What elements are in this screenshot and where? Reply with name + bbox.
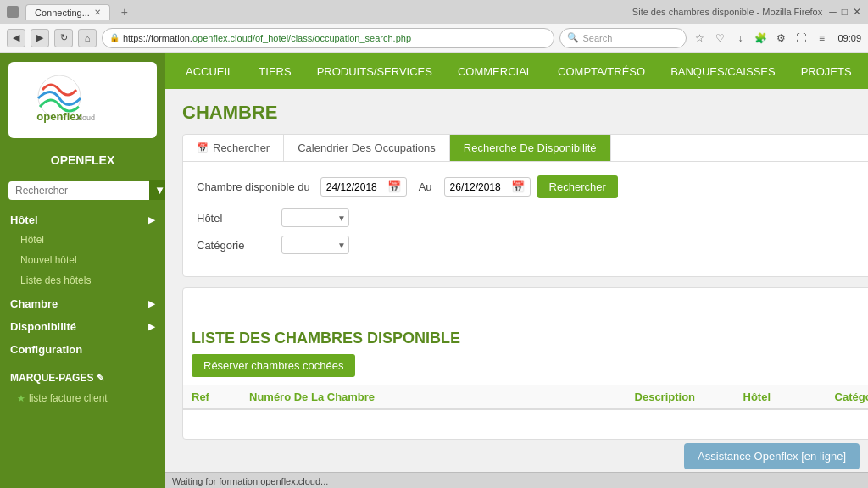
close-icon[interactable]: ✕ <box>853 6 861 18</box>
main-content: CHAMBRE 📅 Rechercher Calendrier Des Occu… <box>165 89 868 472</box>
top-navigation: ACCUEIL TIERS PRODUITS/SERVICES COMMERCI… <box>165 53 868 89</box>
nav-items-list: ACCUEIL TIERS PRODUITS/SERVICES COMMERCI… <box>174 57 868 86</box>
lock-icon: 🔒 <box>109 33 120 42</box>
sidebar-item-liste-hotels[interactable]: Liste des hôtels <box>0 270 165 291</box>
sidebar-section-chambre[interactable]: Chambre ▶ <box>0 291 165 313</box>
sidebar-bookmarks-section: MARQUE-PAGES ✎ <box>0 367 165 389</box>
sidebar-section-hotel[interactable]: Hôtel ▶ <box>0 207 165 230</box>
sidebar-search-input[interactable] <box>8 181 149 200</box>
sidebar-search-area: ▼ <box>8 180 157 200</box>
column-numero: Numéro De La Chambre <box>249 391 628 403</box>
table-header: Ref Numéro De La Chambre Description Hôt… <box>183 385 868 410</box>
date-to-calendar-icon[interactable]: 📅 <box>511 180 525 193</box>
nav-tiers[interactable]: TIERS <box>247 57 303 86</box>
sidebar-logo: openflex .cloud <box>8 62 157 138</box>
address-bar[interactable]: 🔒 https://formation.openflex.cloud/of_ho… <box>102 28 554 48</box>
svg-text:.cloud: .cloud <box>75 114 95 122</box>
tab-rechercher-label: Rechercher <box>213 141 270 154</box>
nav-compta[interactable]: COMPTA/TRÉSO <box>546 57 657 86</box>
plugin-icon[interactable]: 🧩 <box>753 30 768 46</box>
address-path: /of_hotel/class/occupation_search.php <box>253 33 411 43</box>
sidebar-app-name: OPENFLEX <box>0 147 165 174</box>
column-description: Description <box>635 391 737 403</box>
window-controls: ─ □ ✕ <box>829 6 861 18</box>
tab-label: Connecting... <box>35 8 90 18</box>
bookmark-star-icon: ★ <box>17 393 25 404</box>
categorie-select[interactable] <box>281 236 349 254</box>
date-from-calendar-icon[interactable]: 📅 <box>387 180 401 193</box>
sidebar-section-disponibilite[interactable]: Disponibilité ▶ <box>0 313 165 336</box>
categorie-select-wrap: ▼ <box>281 236 349 254</box>
address-text: https://formation.openflex.cloud/of_hote… <box>123 33 411 43</box>
sidebar-item-nouvel-hotel[interactable]: Nouvel hôtel <box>0 250 165 270</box>
fullscreen-icon[interactable]: ⛶ <box>793 30 809 46</box>
date-to-input[interactable]: 📅 <box>444 177 531 197</box>
forward-button[interactable]: ▶ <box>31 29 49 47</box>
system-time: 09:09 <box>837 33 861 43</box>
new-tab-button[interactable]: + <box>117 4 132 19</box>
tabs-body: Chambre disponible du 📅 Au 📅 Rechercher <box>183 162 868 276</box>
date-from-field[interactable] <box>326 181 387 193</box>
rechercher-button[interactable]: Rechercher <box>537 175 618 198</box>
categorie-label: Catégorie <box>197 239 281 252</box>
sidebar-item-hotel[interactable]: Hôtel <box>0 230 165 250</box>
au-label: Au <box>419 180 432 193</box>
sidebar-search-button[interactable]: ▼ <box>149 180 165 200</box>
tab-disponibilite[interactable]: Recherche De Disponibilité <box>450 135 611 161</box>
nav-grh[interactable]: GRH <box>865 57 868 86</box>
download-icon[interactable]: ↓ <box>732 30 748 46</box>
column-hotel: Hôtel <box>743 391 828 403</box>
tab-calendrier[interactable]: Calendrier Des Occupations <box>284 135 450 161</box>
assistance-button[interactable]: Assistance Openflex [en ligne] <box>684 443 860 469</box>
sidebar-bookmark-facture-label: liste facture client <box>29 392 108 404</box>
date-from-input[interactable]: 📅 <box>320 177 407 197</box>
results-header: ▐ <box>183 288 868 319</box>
bookmark-edit-icon[interactable]: ✎ <box>97 373 104 384</box>
nav-commercial[interactable]: COMMERCIAL <box>446 57 544 86</box>
browser-toolbar: ◀ ▶ ↻ ⌂ 🔒 https://formation.openflex.clo… <box>0 24 868 53</box>
history-icon[interactable]: ♡ <box>712 30 727 46</box>
hotel-label: Hôtel <box>197 212 281 225</box>
reserve-button[interactable]: Réserver chambres cochées <box>192 354 355 377</box>
sidebar-section-configuration-label: Configuration <box>10 343 82 356</box>
sidebar-chambre-arrow-icon: ▶ <box>148 299 155 308</box>
openflex-logo-svg: openflex .cloud <box>21 73 97 128</box>
browser-action-icons: ☆ ♡ ↓ 🧩 ⚙ ⛶ ≡ <box>692 30 829 46</box>
date-to-field[interactable] <box>450 181 511 193</box>
nav-produits[interactable]: PRODUITS/SERVICES <box>305 57 444 86</box>
nav-accueil[interactable]: ACCUEIL <box>174 57 245 86</box>
sidebar-section-hotel-label: Hôtel <box>10 214 38 226</box>
page-title: CHAMBRE <box>182 102 868 124</box>
tab-close-icon[interactable]: ✕ <box>94 8 101 17</box>
bookmark-icon[interactable]: ☆ <box>692 30 707 46</box>
column-categorie: Catégorie <box>835 391 868 403</box>
minimize-icon[interactable]: ─ <box>829 6 837 18</box>
nav-banques[interactable]: BANQUES/CAISSES <box>659 57 787 86</box>
maximize-icon[interactable]: □ <box>842 6 848 18</box>
sidebar-bookmark-facture[interactable]: ★ liste facture client <box>0 389 165 408</box>
hotel-form-row: Hôtel ▼ <box>197 208 868 227</box>
sidebar-bookmarks-label: MARQUE-PAGES <box>10 372 93 384</box>
settings-icon[interactable]: ⚙ <box>773 30 788 46</box>
nav-projets[interactable]: PROJETS <box>789 57 864 86</box>
home-button[interactable]: ⌂ <box>78 29 97 47</box>
refresh-button[interactable]: ↻ <box>54 29 73 47</box>
tab-rechercher[interactable]: 📅 Rechercher <box>183 135 284 161</box>
date-from-label: Chambre disponible du <box>197 180 310 193</box>
back-button[interactable]: ◀ <box>7 29 25 47</box>
browser-favicon <box>7 6 19 18</box>
menu-icon[interactable]: ≡ <box>814 30 829 46</box>
browser-tab[interactable]: Connecting... ✕ <box>25 4 110 20</box>
results-area: ▐ LISTE DES CHAMBRES DISPONIBLE Réserver… <box>182 287 868 440</box>
column-ref: Ref <box>192 391 242 403</box>
search-bar[interactable]: 🔍 Search <box>559 28 687 48</box>
tab-calendrier-label: Calendrier Des Occupations <box>298 141 436 154</box>
sidebar-disponibilite-arrow-icon: ▶ <box>148 322 155 331</box>
hotel-select[interactable] <box>281 208 349 227</box>
list-title: LISTE DES CHAMBRES DISPONIBLE <box>183 319 868 354</box>
content-area: CHAMBRE 📅 Rechercher Calendrier Des Occu… <box>165 89 868 452</box>
tab-disponibilite-label: Recherche De Disponibilité <box>464 141 597 154</box>
sidebar-section-configuration[interactable]: Configuration <box>0 336 165 359</box>
categorie-form-row: Catégorie ▼ <box>197 236 868 254</box>
tabs-container: 📅 Rechercher Calendrier Des Occupations … <box>182 134 868 277</box>
